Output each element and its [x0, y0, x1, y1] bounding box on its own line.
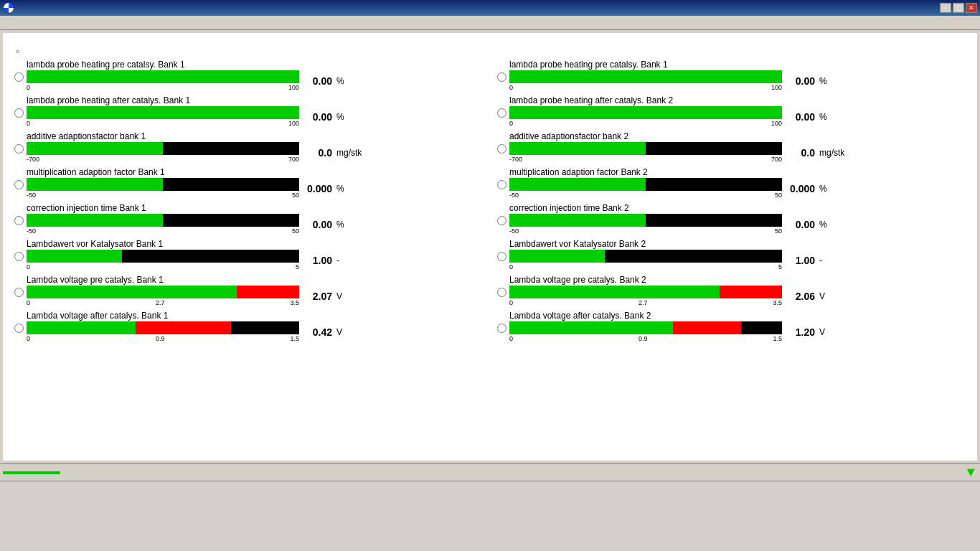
gauge-scale-lambda-voltage-after-b2: 00.91.5 [509, 335, 782, 342]
gauge-red-fill-lambda-voltage-after [136, 321, 231, 334]
gauge-row-lambda-probe-heating-pre-b2: lambda probe heating pre catalsy. Bank 1… [509, 60, 841, 91]
gauge-green-fill-lambda-probe-heating-after [27, 106, 299, 119]
gauge-label-lambda-voltage-pre-b2: Lambda voltage pre catalys. Bank 2 [509, 275, 841, 285]
gauge-track-lambdawert-vor-b2 [509, 250, 782, 263]
gauge-unit-lambda-voltage-after: V [336, 327, 358, 337]
minimize-button[interactable]: – [940, 3, 951, 13]
gauge-radio-lambdawert-vor-b2[interactable] [497, 252, 507, 261]
data-columns: lambda probe heating pre catalsy. Bank 1… [14, 60, 966, 347]
gauge-row-wrapper-correction-injection: correction injection time Bank 1-50500.0… [14, 203, 483, 239]
gauge-radio-lambda-probe-heating-after[interactable] [14, 108, 24, 118]
bmw-logo-icon [3, 2, 14, 14]
gauge-unit-lambda-voltage-pre: V [336, 291, 358, 301]
gauge-bar-container-additive-adaption: -7007000.0mg/stk [27, 142, 362, 163]
gauge-scale-correction-injection-b2: -5050 [509, 227, 782, 235]
gauge-green-fill-lambdawert-vor [27, 250, 122, 263]
status-bar: ▼ [0, 463, 980, 481]
gauge-row-additive-adaption: additive adaptionsfactor bank 1-7007000.… [27, 131, 362, 163]
gauge-radio-lambdawert-vor[interactable] [14, 252, 24, 261]
gauge-label-lambdawert-vor: Lambdawert vor Katalysator Bank 1 [27, 239, 358, 249]
gauge-scale-correction-injection: -5050 [27, 227, 299, 235]
gauge-bar-container-multiplication-adaption-b2: -50500.000% [509, 178, 841, 199]
gauge-radio-multiplication-adaption[interactable] [14, 180, 24, 189]
gauge-row-wrapper-multiplication-adaption: multiplication adaption factor Bank 1-50… [14, 167, 483, 203]
gauge-track-wrapper-lambda-voltage-after-b2: 00.91.5 [509, 321, 782, 342]
gauge-row-wrapper-lambda-probe-heating-after: lambda probe heating after catalys. Bank… [14, 95, 483, 131]
gauge-scale-lambda-voltage-pre: 02.73.5 [27, 299, 299, 306]
gauge-row-wrapper-additive-adaption: additive adaptionsfactor bank 1-7007000.… [14, 131, 483, 167]
gauge-scale-lambda-probe-heating-after-b2: 0100 [509, 120, 782, 127]
gauge-unit-lambda-probe-heating-after: % [336, 112, 358, 122]
gauge-track-wrapper-lambda-voltage-pre: 02.73.5 [27, 286, 299, 306]
gauge-bar-container-lambdawert-vor-b2: 051.00- [509, 250, 841, 270]
gauge-value-lambda-probe-heating-after-b2: 0.00 [786, 111, 815, 123]
gauge-track-additive-adaption [27, 142, 299, 155]
gauge-track-wrapper-correction-injection: -5050 [27, 214, 299, 235]
close-button[interactable]: ✕ [966, 3, 977, 13]
gauge-track-lambda-voltage-after-b2 [509, 321, 782, 334]
gauge-bar-container-lambda-probe-heating-pre-b2: 01000.00% [509, 70, 841, 91]
gauge-unit-lambdawert-vor-b2: - [819, 255, 841, 265]
gauge-green-fill-lambda-voltage-pre-b2 [509, 286, 720, 298]
gauge-green-fill-lambda-probe-heating-pre [27, 70, 299, 83]
gauge-radio-lambda-voltage-pre[interactable] [14, 288, 24, 297]
gauge-track-wrapper-lambda-probe-heating-pre-b2: 0100 [509, 70, 782, 91]
gauge-bar-container-lambda-probe-heating-pre: 01000.00% [27, 70, 358, 91]
gauge-row-lambda-voltage-pre: Lambda voltage pre catalys. Bank 102.73.… [27, 275, 358, 306]
gauge-track-lambda-probe-heating-pre-b2 [509, 70, 782, 83]
gauge-radio-correction-injection[interactable] [14, 216, 24, 225]
gauge-track-wrapper-correction-injection-b2: -5050 [509, 214, 782, 235]
gauge-value-lambda-voltage-pre-b2: 2.06 [786, 291, 815, 302]
gauge-bar-container-lambda-voltage-pre-b2: 02.73.52.06V [509, 286, 841, 306]
gauge-bar-container-additive-adaption-b2: -7007000.0mg/stk [509, 142, 844, 163]
gauge-track-additive-adaption-b2 [509, 142, 782, 155]
gauge-radio-lambda-probe-heating-pre[interactable] [14, 72, 24, 82]
gauge-radio-lambda-voltage-after[interactable] [14, 324, 24, 333]
gauge-unit-additive-adaption-b2: mg/stk [819, 148, 844, 158]
gauge-track-wrapper-lambda-probe-heating-after-b2: 0100 [509, 106, 782, 127]
gauge-radio-additive-adaption[interactable] [14, 144, 24, 154]
arrow-indicator-icon: ▼ [964, 465, 977, 480]
gauge-row-multiplication-adaption: multiplication adaption factor Bank 1-50… [27, 167, 358, 199]
gauge-unit-lambda-probe-heating-after-b2: % [819, 112, 841, 122]
gauge-label-multiplication-adaption-b2: multiplication adaption factor Bank 2 [509, 167, 841, 177]
gauge-radio-multiplication-adaption-b2[interactable] [497, 180, 507, 189]
gauge-track-wrapper-additive-adaption-b2: -700700 [509, 142, 782, 163]
gauge-track-lambda-voltage-after [27, 321, 299, 334]
gauge-bar-container-lambda-probe-heating-after: 01000.00% [27, 106, 358, 127]
gauge-track-lambda-probe-heating-pre [27, 70, 299, 83]
gauge-row-wrapper-additive-adaption-b2: additive adaptionsfactor bank 2-7007000.… [497, 131, 966, 167]
gauge-bar-container-lambda-voltage-after-b2: 00.91.51.20V [509, 321, 841, 342]
gauge-bar-container-lambda-probe-heating-after-b2: 01000.00% [509, 106, 841, 127]
gauge-unit-multiplication-adaption-b2: % [819, 184, 841, 194]
gauge-track-correction-injection-b2 [509, 214, 782, 227]
gauge-radio-lambda-voltage-pre-b2[interactable] [497, 288, 507, 297]
gauge-radio-lambda-voltage-after-b2[interactable] [497, 324, 507, 333]
gauge-radio-correction-injection-b2[interactable] [497, 216, 507, 225]
gauge-unit-correction-injection: % [336, 220, 358, 230]
gauge-value-lambdawert-vor-b2: 1.00 [786, 255, 815, 266]
gauge-row-correction-injection-b2: correction injection time Bank 2-50500.0… [509, 203, 841, 235]
gauge-value-lambdawert-vor: 1.00 [303, 255, 332, 266]
gauge-red-fill-lambda-voltage-pre-b2 [720, 286, 782, 298]
bank2-column: lambda probe heating pre catalsy. Bank 1… [497, 60, 966, 347]
gauge-row-wrapper-lambdawert-vor-b2: Lambdawert vor Katalysator Bank 2051.00- [497, 239, 966, 275]
gauge-track-multiplication-adaption-b2 [509, 178, 782, 191]
main-content: ⚬ lambda probe heating pre catalsy. Bank… [3, 33, 977, 461]
gauge-scale-lambda-probe-heating-pre: 0100 [27, 84, 299, 91]
gauge-unit-lambda-voltage-pre-b2: V [819, 291, 841, 301]
gauge-unit-lambdawert-vor: - [336, 255, 358, 265]
gauge-track-multiplication-adaption [27, 178, 299, 191]
gauge-scale-multiplication-adaption: -5050 [27, 192, 299, 199]
gauge-value-additive-adaption-b2: 0.0 [786, 147, 815, 159]
restore-button[interactable]: ◻ [953, 3, 964, 13]
gauge-value-lambda-voltage-pre: 2.07 [303, 291, 332, 302]
gauge-radio-additive-adaption-b2[interactable] [497, 144, 507, 154]
gauge-value-correction-injection-b2: 0.00 [786, 219, 815, 230]
gauge-scale-additive-adaption: -700700 [27, 156, 299, 163]
gauge-radio-lambda-probe-heating-after-b2[interactable] [497, 108, 507, 118]
gauge-row-wrapper-lambda-voltage-pre-b2: Lambda voltage pre catalys. Bank 202.73.… [497, 275, 966, 311]
gauge-radio-lambda-probe-heating-pre-b2[interactable] [497, 72, 507, 82]
gauge-row-additive-adaption-b2: additive adaptionsfactor bank 2-7007000.… [509, 131, 844, 163]
gauge-scale-lambdawert-vor-b2: 05 [509, 263, 782, 270]
